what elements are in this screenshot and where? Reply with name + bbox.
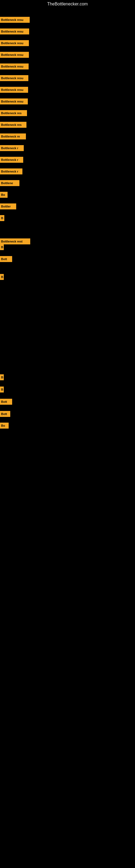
- bar-label: Bott: [0, 399, 12, 405]
- bar-item: Bo: [0, 423, 9, 429]
- bar-label: Bottleneck resu: [0, 52, 29, 58]
- bar-item: Bott: [0, 411, 10, 417]
- bar-item: Bottler: [0, 204, 16, 209]
- bar-label: B: [0, 244, 4, 250]
- bar-label: Bottleneck re: [0, 133, 26, 140]
- bar-item: Bottleneck res: [0, 122, 27, 128]
- bar-item: Bo: [0, 192, 8, 198]
- bar-item: Bottleneck res: [0, 110, 27, 116]
- bar-item: Bottlene: [0, 180, 19, 186]
- bar-item: Bottleneck resu: [0, 63, 29, 69]
- bar-label: Bo: [0, 192, 8, 198]
- bar-label: B: [0, 215, 4, 221]
- bar-label: Bottleneck resu: [0, 17, 30, 23]
- bar-item: Bottleneck resu: [0, 75, 28, 81]
- bar-label: Bottlene: [0, 180, 19, 186]
- bar-label: Bottleneck resu: [0, 40, 29, 46]
- bar-item: Bott: [0, 399, 12, 405]
- bar-item: Bottleneck rest: [0, 239, 30, 244]
- bar-label: Bott: [0, 411, 10, 417]
- bar-item: B: [0, 215, 4, 221]
- bar-item: Bottleneck resu: [0, 98, 28, 104]
- bar-item: Bottleneck resu: [0, 40, 29, 46]
- bar-label: Bottleneck resu: [0, 87, 28, 93]
- bar-item: B: [0, 374, 4, 380]
- bar-label: B: [0, 386, 4, 393]
- bar-item: Bottleneck resu: [0, 87, 28, 93]
- bar-label: Bo: [0, 423, 9, 429]
- bar-label: Bott: [0, 256, 12, 262]
- bar-item: Bott: [0, 256, 12, 262]
- bar-label: Bottleneck resu: [0, 98, 28, 104]
- bar-item: Bottleneck re: [0, 133, 26, 140]
- bar-label: Bottleneck r: [0, 168, 22, 175]
- bar-item: B: [0, 274, 4, 280]
- bar-label: Bottleneck rest: [0, 239, 30, 244]
- bar-label: Bottleneck resu: [0, 63, 29, 69]
- bar-item: Bottleneck resu: [0, 52, 29, 58]
- bar-item: Bottleneck r: [0, 145, 24, 151]
- bar-label: Bottleneck r: [0, 157, 23, 163]
- bar-item: Bottleneck r: [0, 157, 23, 163]
- bar-item: Bottleneck resu: [0, 29, 29, 34]
- bar-item: Bottleneck r: [0, 168, 22, 175]
- bar-item: B: [0, 244, 4, 250]
- bar-label: Bottleneck resu: [0, 29, 29, 34]
- bar-label: B: [0, 274, 4, 280]
- bar-item: Bottleneck resu: [0, 17, 30, 23]
- bar-label: Bottleneck res: [0, 110, 27, 116]
- bar-label: B: [0, 374, 4, 380]
- bar-label: Bottler: [0, 204, 16, 209]
- bar-label: Bottleneck resu: [0, 75, 28, 81]
- bar-item: B: [0, 386, 4, 393]
- site-title: TheBottlenecker.com: [0, 0, 135, 8]
- bar-label: Bottleneck res: [0, 122, 27, 128]
- bar-label: Bottleneck r: [0, 145, 24, 151]
